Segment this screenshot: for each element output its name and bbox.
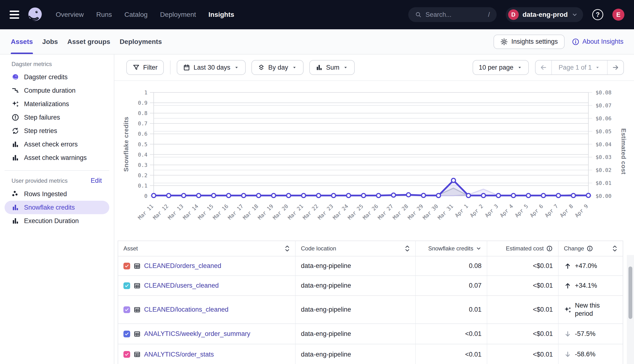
series-checkbox[interactable] xyxy=(124,306,130,313)
x-axis-tick-label: Mar 13 xyxy=(167,203,184,221)
left-axis-tick-label: 0.3 xyxy=(138,162,148,168)
estimated-cost-cell: <$0.01 xyxy=(487,296,558,324)
tab-jobs[interactable]: Jobs xyxy=(42,29,58,54)
sidebar-item-snowflake-credits[interactable]: Snowflake credits xyxy=(4,201,109,214)
previous-page-button[interactable] xyxy=(536,60,552,74)
left-axis-tick-label: 0.5 xyxy=(138,142,148,148)
x-axis-tick-label: Mar 31 xyxy=(436,203,454,221)
left-axis-tick-label: 0.4 xyxy=(138,152,148,158)
hamburger-menu-icon[interactable] xyxy=(10,10,19,19)
metrics-sidebar: Dagster metrics Dagster creditsCompute d… xyxy=(0,54,114,364)
column-header-label: Asset xyxy=(124,245,138,252)
left-axis-tick-label: 1 xyxy=(144,90,148,96)
x-axis-tick-label: Mar 14 xyxy=(182,203,200,221)
top-nav: OverviewRunsCatalogDeploymentInsights / … xyxy=(0,0,634,29)
scrollbar-thumb[interactable] xyxy=(628,266,632,319)
nav-link-catalog[interactable]: Catalog xyxy=(124,11,148,18)
x-axis-tick-label: Mar 26 xyxy=(362,203,380,221)
series-marker xyxy=(302,194,306,198)
asset-cell: ANALYTICS/weekly_order_summary xyxy=(118,324,296,344)
sidebar-item-dagster-credits[interactable]: Dagster credits xyxy=(0,70,114,84)
sidebar-item-compute-duration[interactable]: Compute duration xyxy=(0,84,114,97)
search-box[interactable]: / xyxy=(408,7,497,22)
edit-metrics-link[interactable]: Edit xyxy=(90,177,102,184)
column-header-code-location[interactable]: Code location xyxy=(296,241,416,256)
nav-link-insights[interactable]: Insights xyxy=(208,11,234,18)
filter-button[interactable]: Filter xyxy=(126,60,164,75)
series-checkbox[interactable] xyxy=(124,351,130,358)
snowflake-credits-cell: <0.01 xyxy=(416,344,487,364)
asset-link[interactable]: CLEANED/users_cleaned xyxy=(144,282,219,289)
per-page-label: 10 per page xyxy=(479,64,514,71)
snowflake-credits-cell: 0.01 xyxy=(416,296,487,324)
nav-link-overview[interactable]: Overview xyxy=(56,11,84,18)
active-tab-underline xyxy=(11,52,33,54)
tab-asset-groups[interactable]: Asset groups xyxy=(67,29,110,54)
sidebar-item-label: Asset check errors xyxy=(24,141,78,148)
x-axis-tick-label: Apr 1 xyxy=(454,203,470,219)
dagster-metrics-heading: Dagster metrics xyxy=(12,61,114,68)
right-axis-tick-label: $0.08 xyxy=(596,90,612,96)
series-marker xyxy=(511,194,515,198)
sidebar-item-label: Execution Duration xyxy=(24,217,79,225)
series-checkbox[interactable] xyxy=(124,263,130,270)
dagster-insights-page: OverviewRunsCatalogDeploymentInsights / … xyxy=(0,0,634,364)
next-page-button[interactable] xyxy=(608,60,624,74)
column-header-snowflake-credits[interactable]: Snowflake credits xyxy=(416,241,487,256)
user-avatar[interactable]: E xyxy=(612,9,624,21)
series-checkbox[interactable] xyxy=(124,331,130,337)
asset-link[interactable]: CLEANED/orders_cleaned xyxy=(144,262,221,270)
bar-chart-icon xyxy=(12,154,19,162)
funnel-icon xyxy=(132,64,140,71)
x-axis-tick-label: Apr 4 xyxy=(499,203,514,219)
about-insights-link[interactable]: About Insights xyxy=(572,38,624,46)
change-value: New this period xyxy=(575,302,613,318)
x-axis-tick-label: Mar 17 xyxy=(227,203,244,221)
dagster-metrics-list: Dagster creditsCompute durationMateriali… xyxy=(0,70,114,164)
tab-deployments[interactable]: Deployments xyxy=(120,29,162,54)
arrow-down-icon xyxy=(564,330,572,338)
group-by-button[interactable]: By day xyxy=(252,60,304,75)
vertical-scrollbar[interactable] xyxy=(627,255,634,364)
nav-link-runs[interactable]: Runs xyxy=(96,11,112,18)
search-input[interactable] xyxy=(426,11,484,18)
caret-down-icon xyxy=(292,64,297,70)
x-axis-tick-label: Mar 24 xyxy=(332,203,350,221)
sidebar-item-step-failures[interactable]: Step failures xyxy=(0,111,114,124)
x-axis-tick-label: Apr 2 xyxy=(469,203,484,219)
column-header-change[interactable]: Change xyxy=(558,241,623,256)
sidebar-item-step-retries[interactable]: Step retries xyxy=(0,124,114,138)
asset-link[interactable]: ANALYTICS/order_stats xyxy=(144,351,214,358)
retry-icon xyxy=(12,127,19,135)
change-value: +34.1% xyxy=(575,282,597,290)
column-header-asset[interactable]: Asset xyxy=(118,241,296,256)
sidebar-item-execution-duration[interactable]: Execution Duration xyxy=(0,214,114,228)
date-range-button[interactable]: Last 30 days xyxy=(177,60,246,75)
x-axis-tick-label: Apr 3 xyxy=(484,203,500,219)
sidebar-item-materializations[interactable]: Materializations xyxy=(0,97,114,111)
series-marker xyxy=(316,194,320,198)
x-axis-tick-label: Mar 21 xyxy=(287,203,304,221)
insights-settings-button[interactable]: Insights settings xyxy=(494,34,564,49)
deployment-switcher[interactable]: D data-eng-prod xyxy=(506,7,583,22)
chevron-down-icon xyxy=(572,12,578,18)
sidebar-item-asset-check-errors[interactable]: Asset check errors xyxy=(0,138,114,151)
per-page-button[interactable]: 10 per page xyxy=(472,60,529,75)
snowflake-credits-cell: <0.01 xyxy=(416,324,487,344)
series-checkbox[interactable] xyxy=(124,282,130,289)
help-icon[interactable]: ? xyxy=(592,9,603,20)
asset-link[interactable]: CLEANED/locations_cleaned xyxy=(144,306,228,313)
asset-cell: CLEANED/users_cleaned xyxy=(118,276,296,295)
nav-link-deployment[interactable]: Deployment xyxy=(160,11,196,18)
tab-label: Jobs xyxy=(42,38,58,46)
sidebar-item-rows-ingested[interactable]: Rows Ingested xyxy=(0,187,114,201)
metrics-line-chart: 00.10.20.30.40.50.60.70.80.91$0.00$0.01$… xyxy=(114,89,634,233)
table-grid-icon xyxy=(134,330,141,338)
page-indicator[interactable]: Page 1 of 1 xyxy=(552,60,608,74)
asset-link[interactable]: ANALYTICS/weekly_order_summary xyxy=(144,330,250,338)
sidebar-item-asset-check-warnings[interactable]: Asset check warnings xyxy=(0,151,114,164)
tab-label: Deployments xyxy=(120,38,162,46)
aggregation-button[interactable]: Sum xyxy=(309,60,355,75)
tab-assets[interactable]: Assets xyxy=(11,29,33,54)
column-header-estimated-cost[interactable]: Estimated cost xyxy=(487,241,558,256)
